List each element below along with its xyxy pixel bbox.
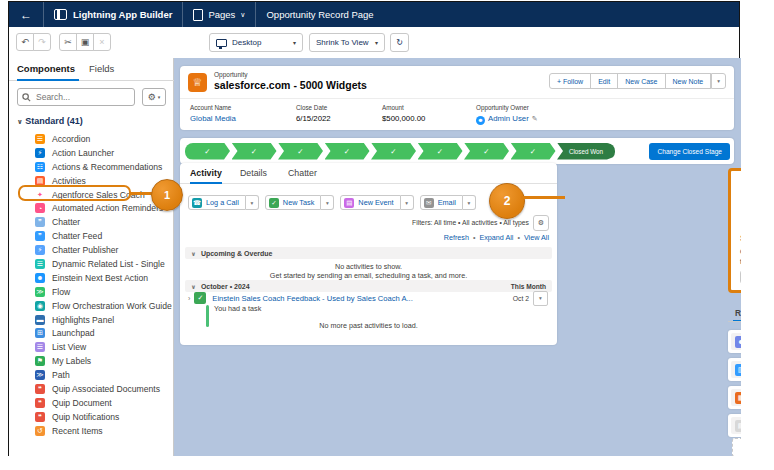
component-list-item[interactable]: ◉ Flow Orchestration Work Guide — [9, 299, 174, 313]
gear-icon: ⚙ — [538, 219, 544, 227]
component-list-item[interactable]: ☰ Dynamic Related List - Single — [9, 257, 174, 271]
app-window: ← Lightning App Builder Pages ∨ Opportun… — [8, 1, 740, 456]
path-stage-complete[interactable]: ✓ — [325, 143, 370, 160]
expander-icon[interactable]: › — [188, 295, 190, 302]
related-list-card: ▥ Partners (0) ▾ — [728, 358, 741, 381]
activity-action-button[interactable]: ✓ New Task — [265, 195, 322, 210]
activity-link[interactable]: View All — [513, 233, 549, 242]
component-list-item[interactable]: ☰ Accordion — [9, 132, 174, 146]
path-stage-complete[interactable]: ✓ — [511, 143, 556, 160]
action-dropdown-button[interactable]: ▾ — [246, 195, 259, 210]
component-list-item[interactable]: ☻ Einstein Next Best Action — [9, 271, 174, 285]
tab-chatter[interactable]: Chatter — [288, 163, 317, 183]
tab-activity[interactable]: Activity — [190, 163, 222, 183]
component-list-item[interactable]: ≫ Flow — [9, 285, 174, 299]
component-search[interactable] — [17, 88, 135, 106]
standard-section-header[interactable]: ∨ Standard (41) — [17, 116, 83, 126]
activity-filters-summary[interactable]: Filters: All time • All activities • All… — [412, 219, 529, 226]
path-stage-complete[interactable]: ✓ — [371, 143, 416, 160]
record-action-button[interactable]: + Follow — [549, 73, 591, 89]
chevron-down-icon: ∨ — [191, 283, 196, 290]
zoom-select[interactable]: Shrink To View ▾ — [309, 33, 385, 52]
component-list-item[interactable]: ❞ Chatter — [9, 215, 174, 229]
search-icon — [22, 93, 31, 102]
component-list-item[interactable]: ☷ Actions & Recommendations — [9, 160, 174, 174]
related-list-header[interactable]: ▦ Products (0) ▾ — [731, 389, 741, 406]
component-list-item[interactable]: ≫ Path — [9, 368, 174, 382]
related-list-card: ☻ Contact Roles (0) ▾ — [728, 330, 741, 353]
refresh-button[interactable]: ↻ — [390, 33, 409, 52]
component-list-item[interactable]: ⊞ Launchpad — [9, 326, 174, 340]
copy-button[interactable]: ▣ — [76, 33, 94, 51]
activity-link[interactable]: Expand All — [469, 233, 514, 242]
highlights-panel[interactable]: ♕ Opportunity salesforce.com - 5000 Widg… — [180, 66, 734, 130]
action-dropdown-button[interactable]: ▾ — [463, 195, 476, 210]
component-list-item[interactable]: ⚡ Chatter Publisher — [9, 243, 174, 257]
component-icon: ❝ — [35, 412, 45, 422]
action-icon: ✓ — [269, 198, 279, 208]
component-list-item[interactable]: ◔ Automated Action Reminders — [9, 201, 174, 215]
field-account-name: Account Name Global Media — [190, 104, 236, 123]
change-closed-stage-button[interactable]: Change Closed Stage — [649, 143, 730, 160]
timeline-item-link[interactable]: Einstein Sales Coach Feedback - Used by … — [212, 294, 413, 303]
component-list-item[interactable]: ☰ List View — [9, 340, 174, 354]
undo-button[interactable]: ↶ — [16, 33, 34, 51]
tab-fields[interactable]: Fields — [89, 58, 114, 80]
component-icon: ≫ — [35, 370, 45, 380]
path-stage-complete[interactable]: ✓ — [185, 143, 230, 160]
component-list-item[interactable]: ⚡ Action Launcher — [9, 146, 174, 160]
component-list-item[interactable]: ❝ Quip Associated Documents — [9, 382, 174, 396]
path-stage-complete[interactable]: ✓ — [418, 143, 463, 160]
path-stage-current[interactable]: Closed Won — [557, 143, 615, 160]
component-list-item[interactable]: ❞ Chatter Feed — [9, 229, 174, 243]
tab-related[interactable]: Related — [735, 308, 741, 318]
file-dropzone[interactable]: ↑ Upload Files — [732, 438, 741, 456]
component-label: Automated Action Reminders — [52, 203, 163, 213]
start-button[interactable]: ✦ Start — [740, 270, 741, 284]
component-list-item[interactable]: ❝ Quip Notifications — [9, 410, 174, 424]
related-list-header[interactable]: ☻ Contact Roles (0) ▾ — [731, 333, 741, 350]
component-icon: ☰ — [35, 342, 45, 352]
redo-button[interactable]: ↷ — [33, 33, 51, 51]
cut-button[interactable]: ✂ — [59, 33, 77, 51]
back-button[interactable]: ← — [9, 2, 44, 27]
component-filter-button[interactable]: ⚙ ▾ — [142, 88, 166, 106]
related-list-header[interactable]: ▥ Partners (0) ▾ — [731, 361, 741, 378]
upcoming-overdue-section[interactable]: ∨ Upcoming & Overdue — [185, 247, 552, 259]
component-list-item[interactable]: ↺ Recent Items — [9, 424, 174, 438]
zoom-value: Shrink To View — [316, 38, 369, 47]
path-stage-complete[interactable]: ✓ — [278, 143, 323, 160]
filters-gear-button[interactable]: ⚙ — [533, 215, 549, 231]
action-dropdown-button[interactable]: ▾ — [321, 195, 334, 210]
component-list-item[interactable]: ❝ Quip Document — [9, 396, 174, 410]
tab-components[interactable]: Components — [17, 58, 75, 80]
component-label: Recent Items — [52, 426, 103, 436]
timeline-item-menu-button[interactable]: ▾ — [533, 291, 548, 306]
account-link[interactable]: Global Media — [190, 114, 236, 123]
owner-link[interactable]: Admin User — [488, 114, 529, 123]
component-list-item[interactable]: ⚑ My Labels — [9, 354, 174, 368]
search-input[interactable] — [34, 91, 128, 103]
sales-coach-panel: Sales Coach Agent Get guidance from your… — [728, 168, 741, 293]
delete-button[interactable]: × — [93, 33, 111, 51]
path-stage-complete[interactable]: ✓ — [464, 143, 509, 160]
record-title: salesforce.com - 5000 Widgets — [214, 79, 367, 91]
builder-header: ← Lightning App Builder Pages ∨ Opportun… — [9, 2, 739, 27]
record-action-button[interactable]: Edit — [590, 73, 618, 89]
activity-action-button[interactable]: ▤ New Event — [340, 195, 400, 210]
component-list-item[interactable]: ▬ Highlights Panel — [9, 313, 174, 327]
edit-pencil-icon[interactable]: ✎ — [532, 115, 538, 122]
path-stage-complete[interactable]: ✓ — [232, 143, 277, 160]
tab-details[interactable]: Details — [240, 163, 267, 183]
record-action-button[interactable]: New Case — [617, 73, 665, 89]
related-list-header[interactable]: ▤ Notes & Attachments (0) ▾ — [731, 417, 741, 434]
pages-menu[interactable]: Pages ∨ — [183, 2, 256, 27]
action-dropdown-button[interactable]: ▾ — [401, 195, 414, 210]
activity-action-button[interactable]: ☎ Log a Call — [188, 195, 246, 210]
device-select[interactable]: Desktop ▾ — [209, 33, 303, 52]
more-actions-button[interactable]: ▾ — [711, 73, 726, 89]
activity-link[interactable]: Refresh — [444, 233, 469, 242]
component-icon: ⚑ — [35, 356, 45, 366]
activity-action-button[interactable]: ✉ Email — [420, 195, 463, 210]
record-action-button[interactable]: New Note — [665, 73, 712, 89]
